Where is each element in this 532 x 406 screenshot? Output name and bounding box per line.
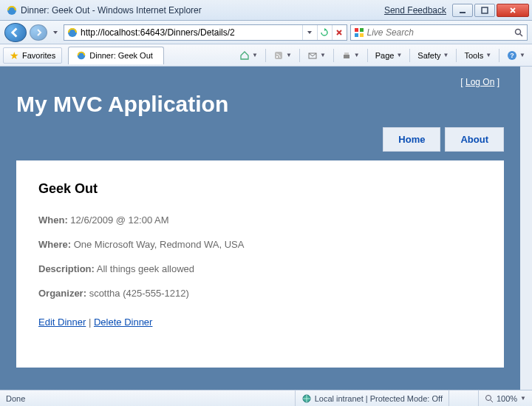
where-row: Where: One Microsoft Way, Redmond WA, US… xyxy=(38,239,482,250)
favorites-label: Favorites xyxy=(22,51,55,60)
dinner-heading: Geek Out xyxy=(38,181,482,197)
svg-point-18 xyxy=(485,395,491,400)
svg-point-8 xyxy=(516,29,521,34)
search-button[interactable] xyxy=(511,28,527,37)
content-card: Geek Out When: 12/6/2009 @ 12:00 AM Wher… xyxy=(16,160,504,368)
svg-rect-4 xyxy=(355,28,358,32)
globe-icon xyxy=(301,393,312,404)
print-button[interactable]: ▼ xyxy=(338,47,364,64)
address-dropdown[interactable] xyxy=(302,25,317,40)
close-button[interactable] xyxy=(497,4,529,17)
window-title: Dinner: Geek Out - Windows Internet Expl… xyxy=(21,5,384,16)
app-title: My MVC Application xyxy=(16,92,504,117)
page-viewport: [ Log On ] My MVC Application Home About… xyxy=(0,67,532,390)
status-text: Done xyxy=(0,394,295,403)
zoom-control[interactable]: 100% ▼ xyxy=(478,390,532,406)
security-zone[interactable]: Local intranet | Protected Mode: Off xyxy=(295,390,449,406)
nav-home[interactable]: Home xyxy=(383,127,440,152)
star-icon: ★ xyxy=(10,50,19,61)
organizer-row: Organizer: scottha (425-555-1212) xyxy=(38,288,482,299)
stop-button[interactable] xyxy=(332,25,347,40)
search-input[interactable] xyxy=(367,27,511,38)
feeds-button[interactable]: ▼ xyxy=(270,47,296,64)
svg-rect-6 xyxy=(355,33,358,37)
forward-button[interactable] xyxy=(30,24,47,41)
browser-tab[interactable]: Dinner: Geek Out xyxy=(68,47,164,64)
address-input[interactable] xyxy=(81,26,302,39)
window-titlebar: Dinner: Geek Out - Windows Internet Expl… xyxy=(0,0,532,21)
svg-point-11 xyxy=(276,55,278,57)
when-row: When: 12/6/2009 @ 12:00 AM xyxy=(38,214,482,226)
address-bar xyxy=(64,24,347,41)
svg-rect-5 xyxy=(360,28,364,32)
ie-icon xyxy=(76,50,86,61)
svg-rect-1 xyxy=(460,12,466,13)
progress-cell xyxy=(449,390,478,406)
tab-title: Dinner: Geek Out xyxy=(89,51,153,60)
svg-rect-10 xyxy=(275,52,282,59)
ie-icon xyxy=(6,4,18,16)
help-button[interactable]: ?▼ xyxy=(503,47,529,64)
svg-text:?: ? xyxy=(510,52,514,59)
live-search-icon xyxy=(353,27,365,38)
navigation-bar xyxy=(0,21,532,44)
page-icon xyxy=(66,27,78,38)
tools-menu[interactable]: Tools▼ xyxy=(460,47,495,64)
back-button[interactable] xyxy=(4,23,27,42)
edit-dinner-link[interactable]: Edit Dinner xyxy=(38,317,86,328)
nav-about[interactable]: About xyxy=(445,127,504,152)
zoom-icon xyxy=(485,394,494,403)
logon-bar: [ Log On ] xyxy=(16,77,504,90)
maximize-button[interactable] xyxy=(474,4,495,17)
favorites-button[interactable]: ★ Favorites xyxy=(3,47,62,64)
search-bar xyxy=(350,24,528,41)
logon-link[interactable]: Log On xyxy=(466,77,494,87)
svg-rect-7 xyxy=(360,33,364,37)
safety-menu[interactable]: Safety▼ xyxy=(414,47,452,64)
minimize-button[interactable] xyxy=(452,4,473,17)
svg-rect-2 xyxy=(482,7,488,13)
command-bar: ★ Favorites Dinner: Geek Out ▼ ▼ ▼ ▼ Pag… xyxy=(0,44,532,67)
page-menu[interactable]: Page▼ xyxy=(372,47,406,64)
recent-pages-dropdown[interactable] xyxy=(50,24,61,41)
mail-button[interactable]: ▼ xyxy=(304,47,330,64)
send-feedback-link[interactable]: Send Feedback xyxy=(384,5,446,16)
svg-rect-13 xyxy=(344,55,349,58)
dinner-actions: Edit Dinner | Delete Dinner xyxy=(38,317,482,328)
svg-rect-14 xyxy=(344,53,349,55)
delete-dinner-link[interactable]: Delete Dinner xyxy=(94,317,153,328)
status-bar: Done Local intranet | Protected Mode: Of… xyxy=(0,390,532,406)
refresh-button[interactable] xyxy=(317,25,332,40)
description-row: Description: All things geek allowed xyxy=(38,263,482,274)
home-button[interactable]: ▼ xyxy=(236,47,262,64)
